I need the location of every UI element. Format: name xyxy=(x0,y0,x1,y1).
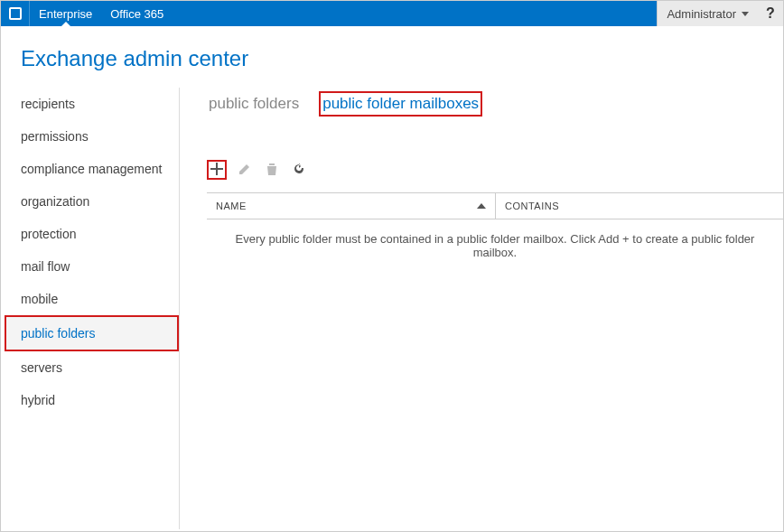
sidebar-item-mail-flow[interactable]: mail flow xyxy=(14,250,179,283)
column-header-name[interactable]: NAME xyxy=(207,193,496,219)
delete-button xyxy=(263,161,281,179)
sidebar-item-servers[interactable]: servers xyxy=(14,351,179,384)
empty-table-message: Every public folder must be contained in… xyxy=(207,219,783,272)
admin-dropdown[interactable]: Administrator xyxy=(657,1,758,26)
column-header-contains[interactable]: CONTAINS xyxy=(496,193,783,219)
pencil-icon xyxy=(238,162,252,179)
sidebar-item-hybrid[interactable]: hybrid xyxy=(14,384,179,416)
refresh-button[interactable] xyxy=(290,161,308,179)
main-content: public folders public folder mailboxes xyxy=(180,88,783,529)
admin-dropdown-label: Administrator xyxy=(667,7,736,21)
tab-public-folder-mailboxes[interactable]: public folder mailboxes xyxy=(319,91,482,117)
sidebar-item-recipients[interactable]: recipients xyxy=(14,88,179,120)
top-nav: Enterprise Office 365 xyxy=(30,1,173,26)
tab-public-folders[interactable]: public folders xyxy=(207,93,301,115)
table-header: NAME CONTAINS xyxy=(207,192,783,219)
help-button[interactable]: ? xyxy=(758,1,783,26)
office-logo-icon xyxy=(9,7,22,20)
tabs: public folders public folder mailboxes xyxy=(207,91,783,117)
topnav-enterprise[interactable]: Enterprise xyxy=(30,1,101,26)
sort-ascending-icon xyxy=(477,203,486,209)
sidebar-item-compliance-management[interactable]: compliance management xyxy=(14,153,179,185)
add-button[interactable] xyxy=(207,160,227,180)
topbar: Enterprise Office 365 Administrator ? xyxy=(1,1,783,26)
refresh-icon xyxy=(292,162,306,179)
sidebar-item-public-folders[interactable]: public folders xyxy=(5,315,179,351)
chevron-down-icon xyxy=(742,12,749,16)
page-title: Exchange admin center xyxy=(1,26,783,88)
column-header-contains-label: CONTAINS xyxy=(505,201,559,211)
edit-button xyxy=(236,161,254,179)
toolbar xyxy=(207,160,783,180)
column-header-name-label: NAME xyxy=(216,201,247,211)
app-logo[interactable] xyxy=(1,1,30,26)
sidebar-item-mobile[interactable]: mobile xyxy=(14,283,179,315)
topnav-office365[interactable]: Office 365 xyxy=(101,1,173,26)
plus-icon xyxy=(210,162,224,179)
trash-icon xyxy=(265,162,279,179)
sidebar-item-protection[interactable]: protection xyxy=(14,218,179,250)
sidebar-item-permissions[interactable]: permissions xyxy=(14,120,179,153)
sidebar: recipients permissions compliance manage… xyxy=(1,88,180,529)
sidebar-item-organization[interactable]: organization xyxy=(14,185,179,218)
